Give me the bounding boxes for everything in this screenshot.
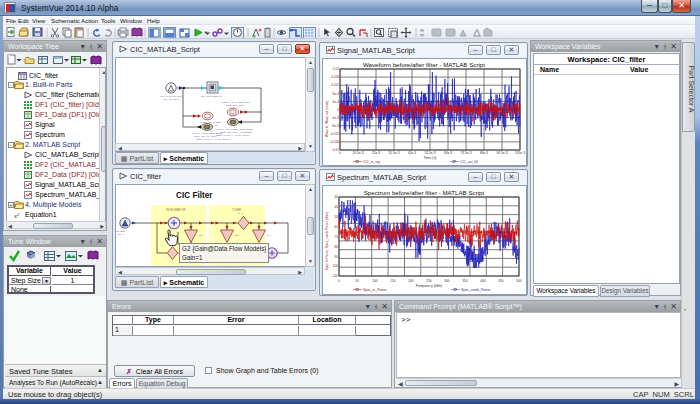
svg-text:Spec In Power, Spec_comb Power: Spec In Power, Spec_comb Power (dBm) xyxy=(325,212,329,271)
svg-text:Wave In, Wave out (mols): Wave In, Wave out (mols) xyxy=(325,101,329,137)
svg-text:350: 350 xyxy=(462,279,468,283)
svg-text:42e-3: 42e-3 xyxy=(408,151,416,155)
svg-text:CIC_in_sig: CIC_in_sig xyxy=(363,160,380,164)
svg-text:8e-3: 8e-3 xyxy=(333,92,340,96)
svg-text:250: 250 xyxy=(426,279,432,283)
svg-text:0: 0 xyxy=(338,279,340,283)
svg-text:-40: -40 xyxy=(333,205,338,209)
svg-text:G4: G4 xyxy=(267,234,271,237)
svg-text:4e-3: 4e-3 xyxy=(333,100,340,104)
svg-text:-80: -80 xyxy=(333,245,338,249)
svg-text:Gain=1: Gain=1 xyxy=(182,254,203,261)
svg-text:0: 0 xyxy=(337,108,339,112)
svg-text:-0.012: -0.012 xyxy=(330,132,339,136)
svg-text:105e-3: 105e-3 xyxy=(515,151,525,155)
svg-text:SRC=CIC_OUT: SRC=CIC_OUT xyxy=(226,104,244,107)
svg-text:Spectrum before/after filter -: Spectrum before/after filter - MATLAB Sc… xyxy=(364,189,485,196)
svg-text:31.5e-3: 31.5e-3 xyxy=(389,151,400,155)
svg-text:Waveform before/after filter -: Waveform before/after filter - MATLAB Sc… xyxy=(363,61,485,68)
svg-text:0.016: 0.016 xyxy=(331,75,339,79)
svg-text:-50: -50 xyxy=(333,215,338,219)
svg-text:0: 0 xyxy=(339,151,341,155)
svg-text:-0.016: -0.016 xyxy=(330,140,339,144)
svg-text:x²: x² xyxy=(14,212,20,219)
svg-text:-0.02: -0.02 xyxy=(332,148,339,152)
svg-text:0.02: 0.02 xyxy=(333,67,339,71)
svg-text:-110: -110 xyxy=(332,274,338,278)
svg-text:Frequency (kHz): Frequency (kHz) xyxy=(416,284,443,288)
svg-text:84e-3: 84e-3 xyxy=(480,151,488,155)
svg-text:Spec_in_Power: Spec_in_Power xyxy=(363,288,388,292)
svg-text:0.012: 0.012 xyxy=(331,83,339,87)
svg-text:10.5e-3: 10.5e-3 xyxy=(353,151,364,155)
svg-text:-70: -70 xyxy=(333,235,338,239)
svg-text:500: 500 xyxy=(516,279,522,283)
svg-text:-60: -60 xyxy=(333,225,338,229)
svg-text:INTEGRATOR: INTEGRATOR xyxy=(166,208,186,212)
svg-text:400: 400 xyxy=(480,279,486,283)
svg-text:COMB: COMB xyxy=(232,208,241,212)
svg-text:SENS=1 TMAX=1 LIM=10000: SENS=1 TMAX=1 LIM=10000 xyxy=(196,138,230,141)
svg-text:Spec_comb_Power: Spec_comb_Power xyxy=(461,288,491,292)
svg-text:M1_CICFILTER_M: M1_CICFILTER_M xyxy=(201,95,222,98)
svg-text:-8e-3: -8e-3 xyxy=(332,124,340,128)
svg-text:AMP=1: AMP=1 xyxy=(116,233,125,236)
svg-text:SENS=1 TMAX=1 LIM=10000: SENS=1 TMAX=1 LIM=10000 xyxy=(216,134,250,137)
svg-text:63e-3: 63e-3 xyxy=(444,151,452,155)
svg-text:CIC_out_filt: CIC_out_filt xyxy=(460,160,478,164)
svg-text:Time (s): Time (s) xyxy=(423,156,436,160)
svg-text:-90: -90 xyxy=(333,255,338,259)
svg-text:73.5e-3: 73.5e-3 xyxy=(461,151,472,155)
svg-text:-4e-3: -4e-3 xyxy=(332,116,340,120)
svg-text:300: 300 xyxy=(444,279,450,283)
svg-text:CIC Filter: CIC Filter xyxy=(176,191,213,200)
svg-text:200: 200 xyxy=(408,279,414,283)
svg-text:AMP=1 F=2kHz: AMP=1 F=2kHz xyxy=(162,98,180,101)
svg-text:52.5e-3: 52.5e-3 xyxy=(425,151,436,155)
svg-text:G2 {Gain@Data Flow Models}: G2 {Gain@Data Flow Models} xyxy=(182,245,266,253)
svg-text:50: 50 xyxy=(355,279,359,283)
svg-text:94.5e-3: 94.5e-3 xyxy=(497,151,508,155)
svg-text:-100: -100 xyxy=(332,264,339,268)
svg-text:-30: -30 xyxy=(333,195,338,199)
svg-text:21e-3: 21e-3 xyxy=(372,151,380,155)
svg-text:150: 150 xyxy=(390,279,396,283)
svg-text:R=2: R=2 xyxy=(238,212,243,215)
svg-text:450: 450 xyxy=(498,279,504,283)
svg-text:100: 100 xyxy=(372,279,378,283)
